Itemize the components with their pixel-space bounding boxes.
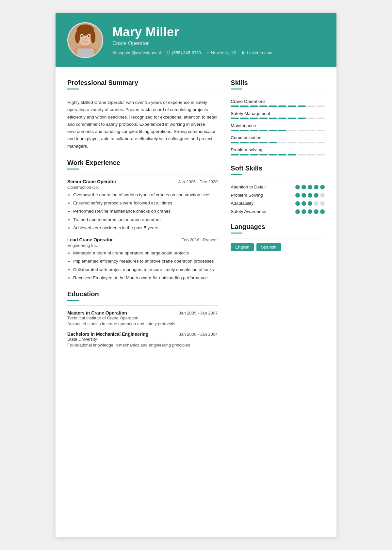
skill-seg-1-8 <box>307 118 315 119</box>
soft-skill-2: Adaptability <box>231 201 325 206</box>
dot-2-0 <box>295 201 300 206</box>
languages-divider <box>231 233 242 234</box>
skill-bar-0 <box>231 105 325 107</box>
skill-seg-2-6 <box>288 130 296 131</box>
dot-0-1 <box>302 185 306 189</box>
skill-name-3: Communication <box>231 135 325 140</box>
job-1-bullet-5: Achieved zero accidents in the past 5 ye… <box>73 225 218 231</box>
work-divider <box>67 169 79 170</box>
edu-2-header: Bachelors in Mechanical Engineering Jan … <box>67 332 218 337</box>
skill-seg-0-4 <box>269 105 277 107</box>
summary-title: Professional Summary <box>67 79 218 87</box>
location-icon: ⌂ <box>207 50 209 55</box>
language-tag-1: Spanish <box>256 243 281 251</box>
skill-seg-3-2 <box>250 142 258 143</box>
language-tag-0: English <box>231 243 254 251</box>
skills-divider <box>231 89 242 89</box>
soft-skills-hr <box>231 180 325 180</box>
job-2-title: Lead Crane Operator <box>67 237 113 242</box>
contact-linkedin: in LinkedIn.com <box>242 50 272 55</box>
skill-seg-0-0 <box>231 105 239 107</box>
soft-skill-dots-2 <box>295 201 325 206</box>
skill-bar-2 <box>231 130 325 131</box>
skill-seg-2-7 <box>298 130 306 131</box>
job-2-bullet-1: Managed a team of crane operators on lar… <box>73 250 218 256</box>
skills-list: Crane OperationsSafety ManagementMainten… <box>231 99 325 155</box>
skill-seg-4-9 <box>317 154 325 155</box>
edu-2-desc: Foundational knowledge in mechanics and … <box>67 343 218 348</box>
skill-seg-3-5 <box>278 142 286 143</box>
edu-1: Masters in Crane Operation Jan 2005 - Ja… <box>67 310 218 326</box>
skill-seg-1-9 <box>317 118 325 119</box>
soft-skill-dots-0 <box>295 185 325 189</box>
soft-skill-name-2: Adaptability <box>231 201 253 206</box>
skill-seg-1-3 <box>259 118 268 119</box>
skill-seg-4-1 <box>240 154 248 155</box>
skill-seg-0-5 <box>278 105 286 107</box>
header-info: Mary Miller Crane Operator ✉ support@cvd… <box>112 25 325 55</box>
candidate-title: Crane Operator <box>112 40 325 46</box>
contact-phone: ✆ (555) 345-6789 <box>167 50 201 55</box>
skill-seg-1-7 <box>298 118 306 119</box>
soft-skill-dots-1 <box>295 193 325 198</box>
skill-seg-4-8 <box>307 154 315 155</box>
education-title: Education <box>67 290 218 298</box>
work-experience-section: Work Experience Senior Crane Operator Ja… <box>67 159 218 281</box>
skill-seg-1-1 <box>240 118 248 119</box>
edu-2-degree: Bachelors in Mechanical Engineering <box>67 332 148 337</box>
job-2-bullet-4: Received Employee of the Month award for… <box>73 275 218 281</box>
edu-1-header: Masters in Crane Operation Jan 2005 - Ja… <box>67 310 218 315</box>
skill-seg-4-4 <box>269 154 277 155</box>
skill-seg-2-5 <box>278 130 286 131</box>
skill-seg-4-3 <box>259 154 268 155</box>
skill-seg-0-2 <box>250 105 258 107</box>
job-1-company: Construction Co. <box>67 185 218 190</box>
skill-item-1: Safety Management <box>231 111 325 119</box>
candidate-name: Mary Miller <box>112 25 325 39</box>
dot-3-3 <box>314 209 318 214</box>
job-1-bullets: Oversaw the operation of various types o… <box>67 192 218 231</box>
dot-0-3 <box>314 185 318 189</box>
skill-seg-1-6 <box>288 118 296 119</box>
soft-skill-1: Problem Solving <box>231 193 325 198</box>
skill-seg-1-4 <box>269 118 277 119</box>
languages-hr <box>231 238 325 238</box>
dot-3-2 <box>308 209 312 214</box>
avatar <box>67 22 103 58</box>
skill-name-0: Crane Operations <box>231 99 325 104</box>
job-2-bullet-2: Implemented efficiency measures to impro… <box>73 258 218 265</box>
dot-1-3 <box>314 193 318 198</box>
work-title: Work Experience <box>67 159 218 167</box>
dot-3-0 <box>295 209 300 214</box>
skill-seg-0-3 <box>259 105 268 107</box>
skill-bar-3 <box>231 142 325 143</box>
skill-seg-4-6 <box>288 154 296 155</box>
skill-seg-1-0 <box>231 118 239 119</box>
languages-title: Languages <box>231 223 325 231</box>
job-1-title: Senior Crane Operator <box>67 179 116 184</box>
dot-2-3 <box>314 201 318 206</box>
summary-section: Professional Summary Highly skilled Cran… <box>67 79 218 150</box>
skill-seg-2-2 <box>250 130 258 131</box>
job-1-header: Senior Crane Operator Jan 2006 - Dec 202… <box>67 179 218 184</box>
skill-seg-0-9 <box>317 105 325 107</box>
skill-seg-3-3 <box>259 142 268 143</box>
dot-0-4 <box>320 185 325 189</box>
job-2-bullets: Managed a team of crane operators on lar… <box>67 250 218 281</box>
skill-bar-4 <box>231 154 325 155</box>
skill-seg-3-0 <box>231 142 239 143</box>
skill-seg-0-1 <box>240 105 248 107</box>
job-2-dates: Feb 2016 - Present <box>181 237 218 242</box>
summary-hr <box>67 94 218 94</box>
soft-skill-name-3: Safety Awareness <box>231 209 266 214</box>
phone-value: (555) 345-6789 <box>172 50 201 55</box>
soft-skill-name-0: Attention to Detail <box>231 185 266 189</box>
skill-seg-3-6 <box>288 142 296 143</box>
skill-seg-0-8 <box>307 105 315 107</box>
dot-1-1 <box>302 193 306 198</box>
soft-skill-3: Safety Awareness <box>231 209 325 214</box>
skill-bar-1 <box>231 118 325 119</box>
job-1-bullet-1: Oversaw the operation of various types o… <box>73 192 218 198</box>
soft-skills-title: Soft Skills <box>231 165 325 172</box>
header-contacts: ✉ support@cvdesigner.ai ✆ (555) 345-6789… <box>112 50 325 55</box>
